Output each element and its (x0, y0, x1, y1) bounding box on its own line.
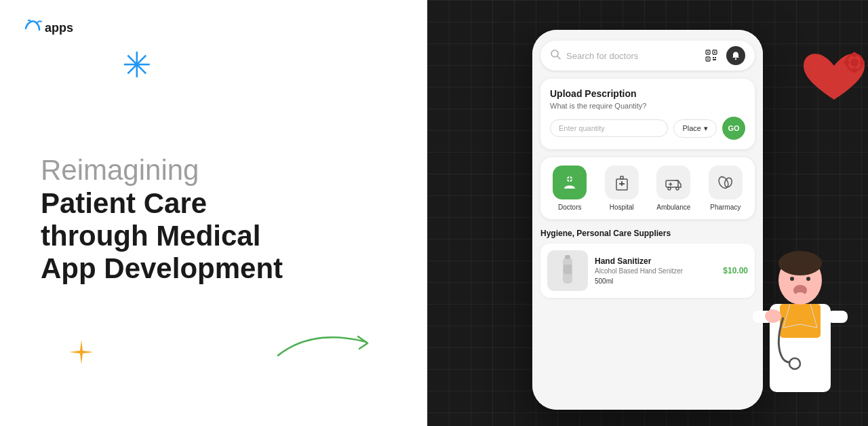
pharmacy-icon-box (709, 166, 743, 199)
upload-title: Upload Pescription (550, 88, 745, 99)
svg-point-1 (850, 58, 859, 66)
doctors-icon-box (553, 166, 587, 199)
category-doctors[interactable]: Doctors (546, 166, 594, 211)
qr-icon[interactable] (702, 46, 721, 65)
ambulance-icon-box (656, 166, 690, 199)
svg-line-7 (557, 56, 560, 59)
notification-bell-icon[interactable] (726, 46, 745, 65)
svg-point-17 (735, 58, 736, 60)
svg-point-46 (765, 309, 781, 323)
headline-line3: through Medical (41, 220, 387, 252)
doctors-label: Doctors (558, 204, 581, 211)
arrow-decoration (271, 322, 387, 365)
logo[interactable]: apps (24, 19, 73, 37)
category-hospital[interactable]: Hospital (598, 166, 646, 211)
doctor-illustration (732, 209, 868, 426)
upload-prescription-card: Upload Pescription What is the require Q… (540, 79, 755, 149)
svg-point-27 (676, 187, 679, 190)
svg-rect-12 (714, 52, 715, 53)
svg-rect-36 (780, 304, 821, 338)
svg-point-40 (806, 277, 810, 281)
hygiene-section-title: Hygiene, Personal Care Suppliers (540, 229, 755, 238)
quantity-input[interactable]: Enter quantity (550, 119, 668, 137)
phone-mockup: Search for doctors (532, 30, 763, 410)
svg-rect-4 (844, 60, 849, 64)
logo-icon (24, 19, 42, 37)
heart-cog-decoration (800, 49, 861, 103)
upload-controls: Enter quantity Place ▾ GO (550, 117, 745, 140)
svg-point-26 (668, 187, 671, 190)
search-icon (550, 49, 561, 62)
product-size: 500ml (595, 277, 716, 285)
svg-rect-13 (707, 58, 709, 60)
svg-rect-15 (715, 57, 716, 58)
right-panel: Search for doctors (427, 0, 868, 426)
svg-point-42 (795, 292, 806, 299)
phone-screen: Search for doctors (532, 30, 763, 410)
svg-rect-44 (827, 311, 848, 323)
svg-rect-11 (707, 52, 709, 53)
asterisk-decoration: ✳ (122, 47, 152, 83)
product-name: Hand Sanitizer (595, 256, 716, 266)
category-ambulance[interactable]: Ambulance (650, 166, 698, 211)
search-placeholder: Search for doctors (566, 51, 696, 61)
hand-sanitizer-card[interactable]: Hand Sanitizer Alcohol Based Hand Senitz… (540, 244, 755, 298)
svg-rect-14 (713, 57, 714, 58)
svg-point-45 (789, 358, 800, 369)
search-actions (702, 46, 745, 65)
headline: Reimagining Patient Care through Medical… (41, 154, 387, 285)
headline-line2: Patient Care (41, 187, 387, 220)
star-decoration (68, 338, 95, 372)
headline-line4: App Development (41, 252, 387, 285)
product-thumbnail (547, 250, 588, 291)
svg-rect-2 (852, 52, 856, 57)
svg-point-38 (778, 251, 822, 275)
headline-line1: Reimagining (41, 154, 387, 187)
svg-rect-22 (620, 176, 623, 179)
category-pharmacy[interactable]: Pharmacy (702, 166, 750, 211)
svg-rect-29 (669, 184, 673, 185)
ambulance-label: Ambulance (656, 204, 690, 211)
chevron-down-icon: ▾ (704, 124, 708, 133)
svg-rect-16 (713, 59, 716, 60)
svg-rect-24 (619, 183, 625, 185)
go-button[interactable]: GO (722, 117, 745, 140)
place-dropdown[interactable]: Place ▾ (673, 119, 717, 138)
svg-rect-34 (564, 265, 572, 274)
svg-rect-5 (860, 60, 865, 64)
search-bar[interactable]: Search for doctors (540, 41, 755, 71)
product-info: Hand Sanitizer Alcohol Based Hand Senitz… (595, 256, 716, 285)
categories-grid: Doctors Hospital (540, 157, 755, 219)
svg-point-30 (717, 175, 730, 190)
svg-point-39 (790, 277, 794, 281)
svg-rect-3 (852, 68, 856, 73)
svg-rect-33 (565, 255, 570, 259)
hospital-icon-box (605, 166, 639, 199)
left-panel: apps ✳ Reimagining Patient Care through … (0, 0, 427, 426)
svg-rect-20 (567, 178, 572, 180)
upload-subtitle: What is the require Quantity? (550, 102, 745, 110)
product-desc: Alcohol Based Hand Senitzer (595, 267, 716, 275)
logo-text: apps (45, 21, 73, 35)
hospital-label: Hospital (610, 204, 634, 211)
